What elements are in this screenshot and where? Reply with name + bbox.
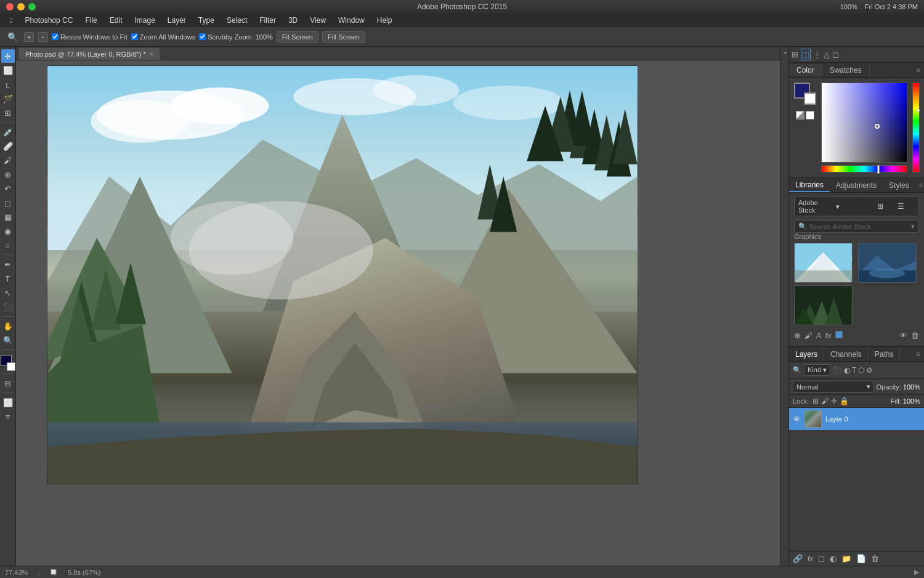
graphic-thumb-3[interactable]	[794, 285, 853, 325]
delete-layer-icon[interactable]: 🗑	[871, 554, 879, 563]
solid-icon[interactable]	[806, 111, 814, 120]
lasso-tool[interactable]: ʟ	[1, 78, 15, 91]
resize-windows-checkbox[interactable]: Resize Windows to Fit	[52, 33, 128, 41]
new-fill-layer-icon[interactable]: ◐	[830, 554, 837, 563]
menu-filter[interactable]: Filter	[254, 15, 281, 26]
filter-pixel-icon[interactable]: ⬛	[833, 366, 842, 375]
tab-layers[interactable]: Layers	[789, 348, 824, 360]
mac-window-controls[interactable]	[6, 3, 36, 10]
gradient-icon[interactable]	[796, 111, 804, 120]
blur-tool[interactable]: ◉	[1, 224, 15, 238]
menu-image[interactable]: Image	[129, 15, 160, 26]
panel-icon-3[interactable]: ⋮	[813, 50, 821, 59]
library-search[interactable]: 🔍 Search Adobe Stock ▾	[794, 220, 919, 233]
maximize-button[interactable]	[28, 3, 36, 10]
layers-menu[interactable]: ≡	[912, 350, 924, 359]
filter-type-dropdown[interactable]: Kind ▾	[804, 364, 830, 376]
pen-tool[interactable]: ✒	[1, 258, 15, 271]
tab-close-button[interactable]: ×	[150, 51, 153, 57]
opacity-value[interactable]: 100%	[903, 383, 920, 391]
crop-tool[interactable]: ⊞	[1, 106, 15, 120]
menu-photoshop[interactable]: Photoshop CC	[20, 15, 78, 26]
menu-layer[interactable]: Layer	[163, 15, 191, 26]
menu-window[interactable]: Window	[333, 15, 370, 26]
extras-tool[interactable]: ≡	[1, 410, 15, 423]
brush-tool[interactable]: 🖌	[1, 153, 15, 167]
grid-view-icon[interactable]: ⊞	[877, 202, 895, 211]
screen-mode-tool[interactable]: ⬜	[1, 396, 15, 409]
filter-vector-icon[interactable]: ⬡	[858, 366, 864, 375]
lock-transparent-icon[interactable]: ⊞	[813, 397, 819, 405]
tab-swatches[interactable]: Swatches	[822, 64, 870, 76]
menu-edit[interactable]: Edit	[105, 15, 128, 26]
text-tool[interactable]: T	[1, 272, 15, 285]
tab-paths[interactable]: Paths	[869, 348, 901, 360]
zoom-tool[interactable]: 🔍	[1, 333, 15, 347]
graphic-thumb-2[interactable]	[858, 243, 917, 283]
menu-apple[interactable]: 	[5, 15, 17, 26]
zoom-out-icon[interactable]: −	[38, 32, 47, 42]
libraries-menu[interactable]: ≡	[915, 181, 924, 190]
background-color-swatch[interactable]	[804, 92, 816, 105]
close-button[interactable]	[6, 3, 14, 10]
eraser-tool[interactable]: ◻	[1, 196, 15, 210]
fx-icon[interactable]: fx	[808, 555, 813, 563]
menu-select[interactable]: Select	[222, 15, 252, 26]
menu-view[interactable]: View	[305, 15, 331, 26]
panel-icon-4[interactable]: △	[824, 50, 830, 59]
new-group-icon[interactable]: 📁	[841, 554, 851, 563]
lock-paint-icon[interactable]: 🖌	[821, 397, 829, 405]
fx-icon[interactable]: fx	[825, 331, 832, 340]
panel-icon-2[interactable]: ◫	[801, 49, 811, 60]
eyedropper-tool[interactable]: 💉	[1, 125, 15, 139]
status-arrow[interactable]: ▶	[914, 568, 919, 576]
gradient-tool[interactable]: ▦	[1, 210, 15, 224]
text-icon[interactable]: A	[816, 331, 822, 340]
blend-mode-dropdown[interactable]: Normal ▾	[793, 381, 874, 393]
quick-select-tool[interactable]: 🪄	[1, 92, 15, 105]
shape-tool[interactable]: ⬛	[1, 300, 15, 314]
history-brush-tool[interactable]: ↶	[1, 182, 15, 195]
collapse-panel-button[interactable]: ◂	[782, 49, 788, 55]
filter-text-icon[interactable]: T	[852, 366, 856, 375]
tab-styles[interactable]: Styles	[883, 179, 915, 192]
quick-mask-tool[interactable]: ⊟	[1, 377, 15, 390]
marquee-tool[interactable]: ⬜	[1, 63, 15, 77]
link-layers-icon[interactable]: 🔗	[793, 554, 803, 563]
search-dropdown-arrow[interactable]: ▾	[911, 222, 915, 230]
clone-tool[interactable]: ⊕	[1, 168, 15, 181]
color-panel-menu[interactable]: ≡	[912, 66, 924, 75]
fill-screen-button[interactable]: Fill Screen	[322, 31, 365, 43]
tab-adjustments[interactable]: Adjustments	[830, 179, 883, 192]
delete-icon[interactable]: 🗑	[911, 331, 919, 340]
dodge-tool[interactable]: ○	[1, 238, 15, 252]
panel-icon-5[interactable]: ◻	[832, 50, 839, 59]
brush-icon[interactable]: 🖌	[804, 331, 813, 340]
color-gradient-picker[interactable]	[821, 83, 907, 163]
document-tab[interactable]: Photo.psd @ 77.4% (Layer 0, RGB/8*) * ×	[18, 47, 160, 60]
adobe-stock-dropdown[interactable]: Adobe Stock ▾ ⊞ ☰	[794, 197, 919, 216]
menu-type[interactable]: Type	[193, 15, 219, 26]
foreground-background-colors[interactable]	[0, 355, 16, 371]
layer-visibility-toggle[interactable]: 👁	[793, 415, 801, 424]
layer-row-0[interactable]: 👁 Layer 0	[789, 408, 924, 430]
menu-file[interactable]: File	[80, 15, 102, 26]
filter-smart-icon[interactable]: ⚙	[866, 366, 873, 375]
color-swatch-icon[interactable]	[835, 331, 843, 338]
lock-all-icon[interactable]: 🔒	[840, 397, 849, 405]
background-color[interactable]	[7, 362, 15, 371]
hue-thumb[interactable]	[877, 165, 880, 174]
tab-channels[interactable]: Channels	[824, 348, 869, 360]
menu-3d[interactable]: 3D	[283, 15, 302, 26]
menu-help[interactable]: Help	[372, 15, 397, 26]
panel-icon-1[interactable]: ⊞	[792, 50, 798, 59]
color-spectrum-vertical[interactable]	[912, 83, 920, 173]
add-pixel-icon[interactable]: ⊕	[794, 331, 801, 340]
hand-tool[interactable]: ✋	[1, 319, 15, 333]
fill-value[interactable]: 100%	[903, 397, 920, 405]
list-view-icon[interactable]: ☰	[898, 202, 915, 211]
spot-heal-tool[interactable]: 🩹	[1, 139, 15, 153]
zoom-in-icon[interactable]: +	[24, 32, 34, 42]
move-tool[interactable]: ✛	[1, 49, 15, 63]
scrubby-zoom-checkbox[interactable]: Scrubby Zoom	[199, 33, 252, 41]
